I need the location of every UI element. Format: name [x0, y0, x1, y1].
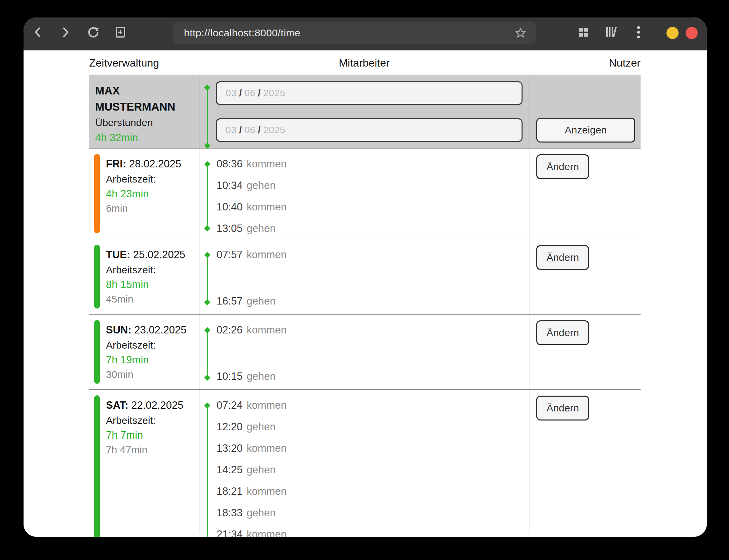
breaktime-value: 6min	[106, 201, 199, 216]
reload-button[interactable]	[86, 25, 101, 40]
worktime-value: 8h 15min	[106, 278, 199, 292]
day-name: TUE:	[106, 249, 130, 261]
aendern-button[interactable]: Ändern	[536, 154, 589, 179]
worktime-value: 4h 23min	[106, 187, 199, 201]
menu-button[interactable]	[631, 25, 646, 40]
day-row-tue: TUE: 25.02.2025 Arbeitszeit: 8h 15min 45…	[89, 239, 641, 315]
day-date: 22.02.2025	[131, 399, 183, 411]
day-status-bar	[94, 245, 100, 309]
employee-header-row: MAX MUSTERMANN Überstunden 4h 32min 03/0…	[89, 75, 641, 149]
time-entry: 10:15gehen	[217, 368, 276, 385]
date-from-year: 2025	[263, 88, 285, 98]
top-navigation: Zeitverwaltung Mitarbeiter Nutzer	[24, 55, 707, 71]
day-name: SAT:	[106, 399, 128, 411]
time-entries-cell: 07:24kommen 12:20gehen 13:20kommen 14:25…	[199, 390, 530, 534]
back-button[interactable]	[30, 25, 45, 40]
employee-cell: MAX MUSTERMANN Überstunden 4h 32min	[89, 75, 199, 148]
date-from-day: 06	[244, 88, 256, 98]
time-entry: 12:20gehen	[217, 419, 276, 435]
day-info-cell: SAT: 22.02.2025 Arbeitszeit: 7h 7min 7h …	[89, 390, 199, 534]
time-entry: 08:36kommen	[217, 156, 286, 172]
time-entry: 18:33gehen	[217, 505, 276, 521]
nav-mitarbeiter[interactable]: Mitarbeiter	[339, 55, 389, 71]
reload-icon	[87, 26, 100, 40]
day-row-fri: FRI: 28.02.2025 Arbeitszeit: 4h 23min 6m…	[89, 149, 641, 239]
date-separator: /	[258, 88, 261, 98]
worktime-value: 7h 19min	[106, 353, 199, 367]
day-title: TUE: 25.02.2025	[106, 247, 199, 262]
close-button[interactable]	[686, 27, 698, 39]
new-tab-icon	[114, 26, 126, 40]
time-entry: 18:21kommen	[217, 483, 286, 499]
date-from-month: 03	[226, 88, 237, 98]
time-entry: 13:20kommen	[217, 440, 286, 456]
overtime-label: Überstunden	[95, 115, 199, 130]
date-from-input[interactable]: 03/06/2025	[216, 81, 523, 105]
date-filter-cell: 03/06/2025 03/06/2025	[199, 75, 530, 148]
date-range-arrow	[207, 87, 208, 146]
actions-cell: Ändern	[530, 149, 641, 239]
worktime-label: Arbeitszeit:	[106, 413, 199, 428]
day-title: FRI: 28.02.2025	[106, 157, 199, 171]
actions-cell: Ändern	[530, 315, 641, 389]
day-title: SAT: 22.02.2025	[106, 398, 199, 413]
day-info-cell: SUN: 23.02.2025 Arbeitszeit: 7h 19min 30…	[89, 315, 199, 389]
browser-toolbar: http://localhost:8000/time	[24, 17, 707, 50]
date-to-input[interactable]: 03/06/2025	[216, 118, 523, 142]
library-button[interactable]	[604, 25, 619, 40]
time-entry: 07:24kommen	[217, 397, 286, 413]
anzeigen-button[interactable]: Anzeigen	[536, 118, 635, 143]
day-name: FRI:	[106, 158, 126, 170]
forward-button[interactable]	[58, 25, 73, 40]
employee-name: MAX MUSTERMANN	[95, 83, 199, 115]
url-bar[interactable]: http://localhost:8000/time	[172, 22, 536, 44]
worktime-label: Arbeitszeit:	[106, 171, 199, 187]
day-row-sat: SAT: 22.02.2025 Arbeitszeit: 7h 7min 7h …	[89, 390, 641, 534]
library-icon	[605, 27, 617, 39]
aendern-button[interactable]: Ändern	[536, 245, 589, 270]
time-entry: 07:57kommen	[217, 247, 286, 263]
worktime-label: Arbeitszeit:	[106, 337, 199, 353]
date-to-month: 03	[226, 125, 237, 135]
minimize-button[interactable]	[666, 27, 679, 39]
day-status-bar	[94, 395, 100, 537]
day-date: 25.02.2025	[133, 249, 185, 261]
time-entry: 21:34kommen	[217, 526, 286, 537]
date-separator: /	[258, 125, 261, 135]
nav-zeitverwaltung[interactable]: Zeitverwaltung	[89, 55, 159, 71]
day-status-bar	[94, 320, 100, 384]
tab-overview-button[interactable]	[576, 25, 591, 40]
day-date: 23.02.2025	[134, 324, 186, 336]
new-tab-button[interactable]	[113, 25, 128, 40]
url-text: http://localhost:8000/time	[184, 27, 301, 39]
chevron-left-icon	[33, 27, 43, 39]
time-entries-cell: 07:57kommen 16:57gehen	[199, 239, 530, 314]
overtime-value: 4h 32min	[95, 130, 199, 145]
breaktime-value: 7h 47min	[106, 442, 199, 457]
time-entry: 10:34gehen	[217, 177, 276, 194]
kebab-menu-icon	[637, 26, 641, 40]
aendern-button[interactable]: Ändern	[536, 320, 589, 345]
worktime-label: Arbeitszeit:	[106, 262, 199, 278]
time-entry: 13:05gehen	[217, 221, 276, 237]
workday-span-arrow	[207, 330, 208, 378]
date-separator: /	[239, 88, 242, 98]
workday-span-arrow	[207, 255, 208, 303]
actions-cell: Ändern	[530, 239, 641, 314]
chevron-right-icon	[61, 27, 71, 39]
aendern-button[interactable]: Ändern	[536, 396, 589, 421]
nav-nutzer[interactable]: Nutzer	[609, 55, 641, 71]
workday-span-arrow	[207, 164, 208, 229]
day-status-bar	[94, 154, 100, 233]
time-entries-cell: 02:26kommen 10:15gehen	[199, 315, 530, 389]
breaktime-value: 45min	[106, 292, 199, 307]
day-info-cell: FRI: 28.02.2025 Arbeitszeit: 4h 23min 6m…	[89, 149, 199, 239]
date-to-day: 06	[244, 125, 256, 135]
bookmark-star-icon[interactable]	[515, 27, 526, 39]
date-to-year: 2025	[263, 125, 285, 135]
day-date: 28.02.2025	[129, 158, 181, 170]
time-table: MAX MUSTERMANN Überstunden 4h 32min 03/0…	[89, 75, 641, 534]
date-separator: /	[239, 125, 242, 135]
time-entry: 16:57gehen	[217, 293, 276, 309]
workday-span-arrow	[207, 405, 208, 537]
